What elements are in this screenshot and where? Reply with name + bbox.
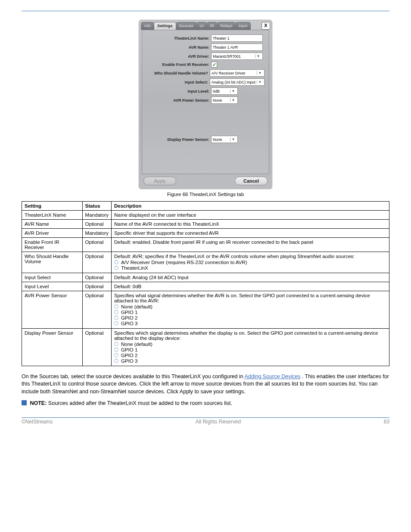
table-row: Display Power SensorOptionalSpecifies wh…: [22, 329, 389, 366]
cell-desc: Default: enabled. Disable front panel IR…: [111, 238, 389, 252]
note-label: NOTE:: [30, 400, 47, 406]
settings-panel: TheaterLinX Name: AVR Name: AVR Driver: …: [142, 30, 269, 174]
footer-center: All Rights Reserved: [196, 419, 241, 425]
cell-setting: AVR Power Sensor: [22, 291, 83, 329]
note-block: NOTE: Sources added after the TheaterLin…: [22, 400, 389, 406]
volume-handler-label: Who Should Handle Volume?: [146, 71, 210, 75]
cell-setting: Who Should Handle Volume: [22, 252, 83, 273]
input-level-value: 0dB: [213, 89, 229, 93]
cell-status: Optional: [82, 273, 111, 282]
table-row: AVR NameOptionalName of the AVR connecte…: [22, 220, 389, 229]
cell-setting: Enable Front IR Receiver: [22, 238, 83, 252]
table-row: TheaterLinX NameMandatoryName displayed …: [22, 211, 389, 220]
tab-sources[interactable]: Sources: [176, 22, 197, 30]
top-rule: [22, 11, 389, 11]
cell-status: Mandatory: [82, 229, 111, 238]
cell-status: Optional: [82, 329, 111, 366]
tab-ui[interactable]: UI: [196, 22, 207, 30]
cell-desc: Name of the AVR connected to this Theate…: [111, 220, 389, 229]
list-item: TheaterLinX: [114, 265, 386, 271]
input-select-value: Analog (24 bit ADC) Input: [212, 80, 255, 84]
avr-power-label: AVR Power Sensor:: [146, 98, 211, 103]
cell-desc: Default: Analog (24 bit ADC) Input: [111, 273, 389, 282]
note-text: Sources added after the TheaterLinX must…: [48, 400, 232, 406]
input-select-dropdown[interactable]: Analog (24 bit ADC) Input ▼: [210, 78, 265, 86]
cell-setting: AVR Driver: [22, 229, 83, 238]
tab-settings[interactable]: Settings: [154, 22, 176, 30]
table-row: Enable Front IR ReceiverOptionalDefault:…: [22, 238, 389, 252]
cell-desc: Specifies what signal determines whether…: [111, 291, 389, 329]
tab-info[interactable]: Info: [141, 22, 154, 30]
front-ir-checkbox[interactable]: ✓: [211, 62, 217, 68]
display-power-value: None: [213, 137, 229, 142]
list-item: GPIO 1: [114, 347, 386, 352]
settings-table: Setting Status Description TheaterLinX N…: [22, 201, 389, 366]
cell-status: Mandatory: [82, 211, 111, 220]
chevron-down-icon: ▼: [230, 89, 236, 93]
avr-driver-select[interactable]: MarantzSR7001 ▼: [211, 53, 263, 60]
th-desc: Description: [111, 202, 389, 211]
list-item: GPIO 3: [114, 358, 386, 364]
cell-setting: TheaterLinX Name: [22, 211, 83, 220]
table-row: Input SelectOptionalDefault: Analog (24 …: [22, 273, 389, 282]
volume-handler-select[interactable]: A/V Receiver Driver ▼: [210, 69, 265, 77]
table-row: Input LevelOptionalDefault: 0dB: [22, 282, 389, 291]
cell-setting: Display Power Sensor: [22, 329, 83, 366]
theaterlinx-name-input[interactable]: [211, 34, 263, 42]
chevron-down-icon: ▼: [230, 98, 236, 102]
note-icon: [22, 400, 27, 405]
avr-name-label: AVR Name:: [146, 45, 211, 50]
cell-setting: AVR Name: [22, 220, 83, 229]
avr-name-input[interactable]: [211, 44, 263, 51]
display-power-select[interactable]: None ▼: [211, 136, 238, 143]
cell-status: Optional: [82, 238, 111, 252]
cell-desc: Default: 0dB: [111, 282, 389, 291]
cell-desc: Specifies which signal determines whethe…: [111, 329, 389, 366]
avr-power-select[interactable]: None ▼: [211, 96, 238, 104]
chevron-down-icon: ▼: [230, 137, 236, 141]
chevron-down-icon: ▼: [255, 54, 261, 58]
list-item: GPIO 1: [114, 310, 386, 315]
cell-desc: Default: AVR; specifies if the TheaterLi…: [111, 252, 389, 273]
list-item: GPIO 3: [114, 321, 386, 326]
list-item: GPIO 2: [114, 315, 386, 320]
xref-adding-source-devices[interactable]: Adding Source Devices: [244, 373, 300, 380]
th-setting: Setting: [22, 202, 83, 211]
list-item: A/V Receiver Driver (requires RS-232 con…: [114, 260, 386, 265]
theaterlinx-name-label: TheaterLinX Name:: [146, 36, 211, 40]
sources-paragraph: On the Sources tab, select the source de…: [22, 373, 389, 395]
cell-status: Optional: [82, 220, 111, 229]
list-item: None (default): [114, 342, 386, 347]
cell-setting: Input Select: [22, 273, 83, 282]
input-select-label: Input Select:: [146, 80, 210, 84]
table-row: AVR Power SensorOptionalSpecifies what s…: [22, 291, 389, 329]
cell-desc: Name displayed on the user interface: [111, 211, 389, 220]
chevron-down-icon: ▼: [257, 80, 263, 84]
dialog-tabbar: Info Settings Sources UI IR Relays Input…: [139, 20, 272, 30]
close-icon[interactable]: X: [262, 22, 270, 30]
front-ir-label: Enable Front IR Receiver:: [146, 62, 211, 67]
avr-driver-label: AVR Driver:: [146, 54, 211, 59]
volume-handler-value: A/V Receiver Driver: [212, 71, 255, 75]
input-level-label: Input Level:: [146, 89, 211, 93]
tab-ir[interactable]: IR: [207, 22, 218, 30]
chevron-down-icon: ▼: [257, 71, 263, 75]
footer-left: ©NetStreams: [22, 419, 53, 425]
bottom-rule: [22, 417, 389, 418]
footer-right: 63: [384, 419, 389, 425]
figure-caption: Figure 66 TheaterLinX Settings tab: [22, 192, 389, 197]
para-pre: On the Sources tab, select the source de…: [22, 373, 244, 380]
th-status: Status: [82, 202, 111, 211]
display-power-label: Display Power Sensor:: [146, 137, 211, 142]
cancel-button[interactable]: Cancel: [235, 177, 268, 185]
cell-desc: Specific driver that supports the connec…: [111, 229, 389, 238]
avr-power-value: None: [213, 98, 229, 103]
list-item: None (default): [114, 304, 386, 309]
input-level-select[interactable]: 0dB ▼: [211, 87, 238, 95]
tab-input[interactable]: Input: [235, 22, 251, 30]
list-item: GPIO 2: [114, 353, 386, 358]
tab-relays[interactable]: Relays: [217, 22, 236, 30]
cell-status: Optional: [82, 252, 111, 273]
apply-button[interactable]: Apply: [143, 177, 176, 185]
cell-status: Optional: [82, 282, 111, 291]
